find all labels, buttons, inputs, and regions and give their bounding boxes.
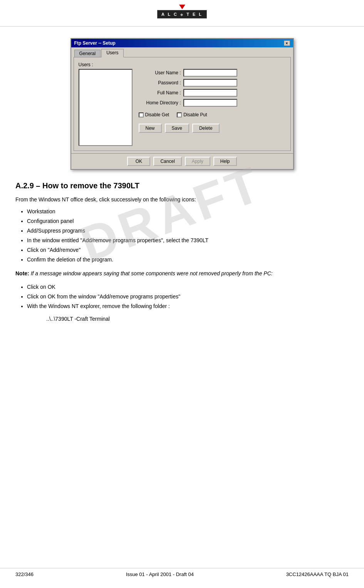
page-header: A L C ◆ T E L	[0, 0, 364, 27]
new-button[interactable]: New	[139, 124, 162, 133]
password-input[interactable]	[183, 79, 237, 87]
folder-path: ..\..\7390LT -Craft Terminal	[46, 316, 349, 322]
users-section: User Name : Password : Full Name :	[79, 69, 286, 146]
list-item: In the window entitled "Add/remove progr…	[27, 236, 349, 245]
cancel-button[interactable]: Cancel	[153, 157, 181, 166]
help-button[interactable]: Help	[213, 157, 237, 166]
disable-put-item: Disable Put	[177, 112, 207, 117]
dialog-title: Ftp Server -- Setup	[74, 40, 116, 46]
users-label: Users :	[79, 62, 286, 67]
users-buttons: New Save Delete	[139, 124, 286, 133]
list-item: Click on OK from the window "Add/remove …	[27, 293, 349, 301]
section-heading: A.2.9 – How to remove the 7390LT	[15, 181, 349, 190]
disable-put-label: Disable Put	[183, 112, 207, 117]
dialog-footer: OK Cancel Apply Help	[71, 153, 293, 169]
fullname-input[interactable]	[183, 89, 237, 97]
main-bullet-list: Workstation Configuration panel Add/Supp…	[27, 208, 349, 264]
list-item: Confirm the deletion of the program.	[27, 256, 349, 264]
username-row: User Name :	[139, 69, 286, 77]
list-item: Add/Suppress programs	[27, 227, 349, 235]
disable-put-checkbox[interactable]	[177, 112, 182, 117]
page-number: 322/346	[15, 571, 34, 577]
fullname-label: Full Name :	[139, 90, 181, 95]
delete-button[interactable]: Delete	[192, 124, 220, 133]
list-item: Workstation	[27, 208, 349, 216]
checkboxes-row: Disable Get Disable Put	[139, 112, 286, 117]
dialog-body: Users : User Name : Password :	[74, 57, 291, 151]
alcatel-logo: A L C ◆ T E L	[157, 10, 207, 18]
disable-get-checkbox[interactable]	[139, 112, 144, 117]
note-bullet-list: Click on OK Click on OK from the window …	[27, 283, 349, 310]
users-list[interactable]	[79, 69, 133, 146]
list-item: With the Windows NT explorer, remove the…	[27, 302, 349, 310]
list-item: Click on "Add/remove"	[27, 246, 349, 254]
disable-get-item: Disable Get	[139, 112, 169, 117]
page-content: Ftp Server -- Setup × General Users User…	[0, 27, 364, 341]
apply-button[interactable]: Apply	[185, 157, 210, 166]
dialog-close-button[interactable]: ×	[284, 40, 290, 46]
disable-get-label: Disable Get	[145, 112, 169, 117]
username-input[interactable]	[183, 69, 237, 77]
dialog-container: Ftp Server -- Setup × General Users User…	[15, 38, 349, 170]
dialog-titlebar: Ftp Server -- Setup ×	[71, 39, 293, 47]
list-item: Click on OK	[27, 283, 349, 291]
section-a29: A.2.9 – How to remove the 7390LT From th…	[15, 181, 349, 322]
tab-users[interactable]: Users	[101, 49, 123, 57]
homedirectory-row: Home Directory :	[139, 99, 286, 107]
note-body: If a message window appears saying that …	[31, 270, 273, 276]
fullname-row: Full Name :	[139, 89, 286, 97]
list-item: Configuration panel	[27, 217, 349, 225]
tab-general[interactable]: General	[74, 50, 101, 57]
note-label: Note:	[15, 270, 29, 276]
note-paragraph: Note: If a message window appears saying…	[15, 269, 349, 278]
password-label: Password :	[139, 80, 181, 85]
users-form: User Name : Password : Full Name :	[139, 69, 286, 146]
intro-text: From the Windows NT office desk, click s…	[15, 196, 349, 204]
dialog-tabs: General Users	[71, 47, 293, 57]
ftp-server-setup-dialog: Ftp Server -- Setup × General Users User…	[70, 38, 294, 170]
username-label: User Name :	[139, 70, 181, 75]
ok-button[interactable]: OK	[127, 157, 150, 166]
users-list-container	[79, 69, 133, 146]
issue-info: Issue 01 - April 2001 - Draft 04	[126, 571, 194, 577]
save-button[interactable]: Save	[165, 124, 189, 133]
alcatel-triangle-icon	[179, 5, 185, 9]
password-row: Password :	[139, 79, 286, 87]
homedirectory-input[interactable]	[183, 99, 237, 107]
reference-number: 3CC12426AAAA TQ BJA 01	[286, 571, 349, 577]
homedirectory-label: Home Directory :	[139, 100, 181, 106]
page-footer: 322/346 Issue 01 - April 2001 - Draft 04…	[0, 568, 364, 580]
